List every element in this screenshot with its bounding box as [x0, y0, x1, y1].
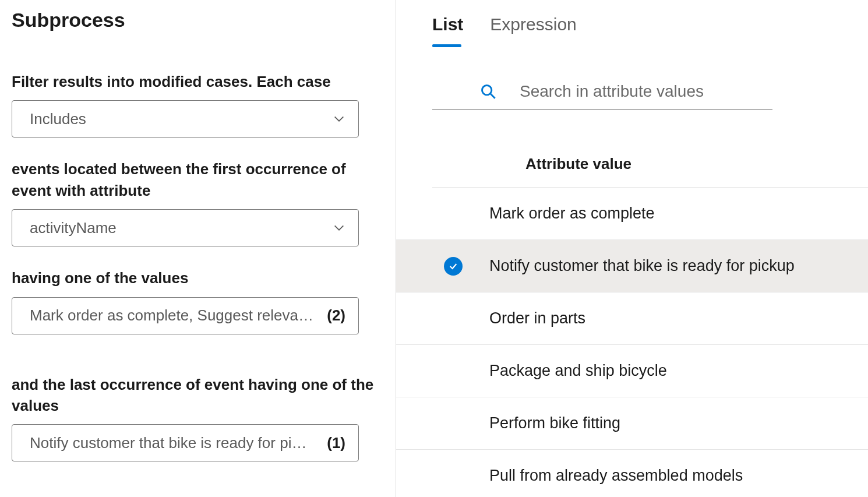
list-item[interactable]: Perform bike fitting	[396, 397, 868, 450]
list-item-check	[432, 257, 489, 276]
events-attribute-label: events located between the first occurre…	[12, 158, 384, 201]
tabs: List Expression	[396, 9, 868, 47]
list-item-label: Perform bike fitting	[489, 414, 620, 432]
left-panel: Subprocess Filter results into modified …	[0, 0, 396, 497]
last-values-field-group: and the last occurrence of event having …	[12, 374, 384, 462]
filter-select-value: Includes	[30, 110, 333, 128]
filter-select[interactable]: Includes	[12, 100, 359, 138]
filter-label: Filter results into modified cases. Each…	[12, 71, 384, 92]
list-item[interactable]: Mark order as complete	[396, 188, 868, 240]
search-icon	[480, 83, 496, 100]
search-row	[432, 82, 772, 110]
attribute-value-list: Mark order as completeNotify customer th…	[396, 188, 868, 497]
last-values-select-value: Notify customer that bike is ready for p…	[30, 434, 315, 452]
list-item[interactable]: Order in parts	[396, 292, 868, 345]
having-values-label: having one of the values	[12, 267, 384, 288]
having-values-count: (2)	[327, 306, 345, 325]
having-values-select-value: Mark order as complete, Suggest releva…	[30, 306, 315, 325]
list-item[interactable]: Pull from already assembled models	[396, 450, 868, 497]
svg-line-1	[491, 94, 495, 98]
tab-expression[interactable]: Expression	[490, 15, 576, 47]
having-values-field-group: having one of the values Mark order as c…	[12, 267, 384, 334]
list-item-label: Package and ship bicycle	[489, 362, 667, 380]
list-item-label: Pull from already assembled models	[489, 467, 743, 485]
search-input[interactable]	[520, 82, 772, 101]
list-item[interactable]: Package and ship bicycle	[396, 345, 868, 397]
events-attribute-select[interactable]: activityName	[12, 209, 359, 246]
chevron-down-icon	[333, 112, 345, 125]
last-values-count: (1)	[327, 434, 345, 452]
tab-list[interactable]: List	[432, 15, 463, 47]
list-item[interactable]: Notify customer that bike is ready for p…	[396, 240, 868, 292]
attribute-value-header: Attribute value	[432, 155, 868, 188]
last-values-select[interactable]: Notify customer that bike is ready for p…	[12, 424, 359, 461]
list-item-label: Notify customer that bike is ready for p…	[489, 257, 795, 275]
last-values-label: and the last occurrence of event having …	[12, 374, 384, 417]
right-panel: List Expression Attribute value Mark ord…	[396, 0, 868, 497]
list-item-label: Order in parts	[489, 309, 585, 327]
check-circle-icon	[444, 257, 463, 276]
svg-point-0	[482, 86, 492, 95]
filter-field-group: Filter results into modified cases. Each…	[12, 71, 384, 138]
having-values-select[interactable]: Mark order as complete, Suggest releva… …	[12, 297, 359, 334]
check-icon	[449, 262, 458, 271]
events-attribute-select-value: activityName	[30, 219, 333, 237]
page-title: Subprocess	[12, 9, 384, 31]
events-attribute-field-group: events located between the first occurre…	[12, 158, 384, 246]
chevron-down-icon	[333, 221, 345, 234]
list-item-label: Mark order as complete	[489, 205, 655, 223]
